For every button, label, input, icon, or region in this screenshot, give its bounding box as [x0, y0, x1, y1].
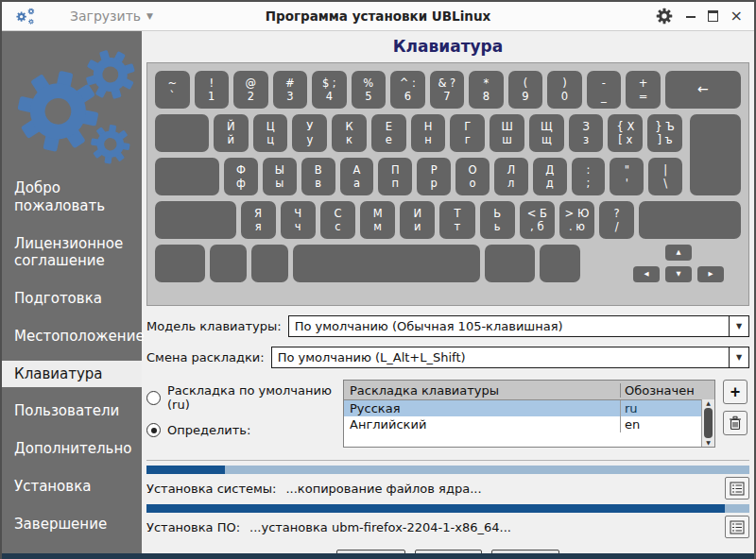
sidebar-item[interactable]: Установка: [2, 473, 142, 500]
key[interactable]: Ее: [371, 114, 406, 152]
keyboard-model-select[interactable]: По умолчанию (Обычная 105-клавишная) ▼: [288, 315, 749, 337]
key[interactable]: #3: [273, 71, 308, 109]
system-progress-fill: [146, 466, 225, 474]
table-row[interactable]: Русскаяru: [344, 400, 714, 416]
key[interactable]: Кк: [332, 114, 367, 152]
key[interactable]: !1: [195, 71, 230, 109]
key[interactable]: ^ :6: [390, 71, 425, 109]
maximize-button[interactable]: [708, 10, 718, 22]
key[interactable]: "': [610, 158, 644, 195]
layout-switch-dropdown-button[interactable]: ▼: [729, 347, 748, 367]
alt-gr-key[interactable]: [485, 245, 535, 282]
key[interactable]: @2: [233, 71, 268, 109]
key[interactable]: Пп: [378, 158, 412, 195]
key[interactable]: Зз: [569, 114, 604, 152]
shift-right-key[interactable]: [639, 201, 741, 239]
layout-switch-select[interactable]: По умолчанию (L_Alt+L_Shift) ▼: [271, 347, 749, 368]
key[interactable]: *8: [469, 71, 504, 109]
sidebar-item[interactable]: Лицензионное соглашение: [2, 230, 142, 276]
sidebar-item[interactable]: Местоположение: [2, 323, 142, 350]
close-button[interactable]: ×: [730, 8, 743, 24]
sidebar-item[interactable]: Завершение: [2, 511, 142, 538]
tab-key[interactable]: [155, 114, 209, 152]
key-arrow-left[interactable]: ◀: [633, 266, 660, 282]
key[interactable]: Рр: [417, 158, 451, 195]
settings-gear-icon[interactable]: [656, 8, 673, 25]
shift-left-key[interactable]: [155, 201, 236, 239]
key[interactable]: Ьь: [480, 201, 515, 239]
key[interactable]: Уу: [292, 114, 327, 152]
sidebar-item[interactable]: Пользователи: [2, 398, 142, 425]
space-key[interactable]: [293, 245, 480, 282]
key[interactable]: Лл: [494, 158, 528, 195]
key[interactable]: < Б, б: [520, 201, 555, 239]
key[interactable]: :;: [572, 158, 606, 195]
sidebar-item[interactable]: Подготовка: [2, 285, 142, 313]
key-arrow-down[interactable]: ▼: [665, 266, 692, 282]
radio-checked-icon: [146, 423, 161, 437]
page-title: Клавиатура: [146, 37, 749, 56]
key[interactable]: $ ;4: [312, 71, 347, 109]
add-layout-button[interactable]: +: [723, 380, 747, 404]
scroll-up-icon[interactable]: ▲: [706, 400, 711, 406]
key[interactable]: Аа: [340, 158, 374, 195]
scroll-down-icon[interactable]: ▼: [706, 440, 711, 446]
key[interactable]: Дд: [533, 158, 567, 195]
radio-column: Раскладка по умолчанию (ru) Определить:: [146, 380, 335, 449]
default-layout-radio-label: Раскладка по умолчанию (ru): [167, 383, 335, 412]
sidebar-item[interactable]: Дополнительно: [2, 435, 142, 463]
caps-lock-key[interactable]: [155, 158, 219, 195]
minimize-button[interactable]: [686, 16, 696, 19]
sidebar-item[interactable]: Добро пожаловать: [2, 175, 142, 220]
key[interactable]: & ?7: [430, 71, 465, 109]
default-layout-radio[interactable]: Раскладка по умолчанию (ru): [146, 383, 335, 412]
key[interactable]: Оо: [455, 158, 490, 195]
delete-layout-button[interactable]: [723, 411, 747, 435]
ctrl-left-key[interactable]: [155, 245, 205, 282]
key[interactable]: > Ю. ю: [559, 201, 594, 239]
key[interactable]: Йй: [214, 114, 249, 152]
menu-key[interactable]: [540, 245, 580, 282]
key-arrow-right[interactable]: ▶: [697, 266, 724, 282]
custom-layout-radio[interactable]: Определить:: [146, 423, 335, 437]
key[interactable]: %5: [352, 71, 387, 109]
key[interactable]: ?/: [599, 201, 634, 239]
load-button[interactable]: Загрузить ▼: [70, 8, 153, 24]
keyboard-model-value: По умолчанию (Обычная 105-клавишная): [289, 319, 729, 333]
key[interactable]: { Х[ х: [608, 114, 643, 152]
key[interactable]: -_: [587, 71, 622, 109]
key-enter[interactable]: [690, 114, 741, 195]
key[interactable]: Вв: [301, 158, 335, 195]
alt-key[interactable]: [251, 245, 288, 282]
key[interactable]: (9: [508, 71, 543, 109]
key[interactable]: } Ъ] ъ: [647, 114, 682, 152]
key[interactable]: Мм: [360, 201, 395, 239]
system-log-button[interactable]: [725, 477, 749, 500]
sidebar-item-label: Дополнительно: [14, 440, 131, 457]
keyboard-model-dropdown-button[interactable]: ▼: [729, 316, 748, 336]
super-key[interactable]: [210, 245, 247, 282]
key[interactable]: ~`: [155, 71, 190, 109]
key[interactable]: Нн: [411, 114, 446, 152]
key[interactable]: Щщ: [529, 114, 564, 152]
backspace-key[interactable]: ←: [665, 71, 741, 109]
key[interactable]: Цц: [253, 114, 288, 152]
table-row[interactable]: Английскийen: [344, 416, 714, 432]
key[interactable]: Гг: [450, 114, 485, 152]
scrollbar-thumb[interactable]: [704, 408, 713, 438]
key[interactable]: Фф: [224, 158, 258, 195]
key[interactable]: Шш: [490, 114, 524, 152]
key[interactable]: |\: [648, 158, 682, 195]
key[interactable]: +=: [626, 71, 661, 109]
key[interactable]: Сс: [320, 201, 355, 239]
key[interactable]: Чч: [281, 201, 316, 239]
key[interactable]: Ии: [400, 201, 435, 239]
key[interactable]: )0: [547, 71, 582, 109]
key[interactable]: Ыы: [263, 158, 297, 195]
table-scrollbar[interactable]: ▲ ▼: [701, 399, 714, 447]
key[interactable]: Яя: [241, 201, 276, 239]
software-log-button[interactable]: [725, 516, 749, 538]
key-arrow-up[interactable]: ▲: [665, 245, 692, 261]
sidebar-item[interactable]: Клавиатура: [2, 361, 142, 388]
key[interactable]: Тт: [439, 201, 474, 239]
